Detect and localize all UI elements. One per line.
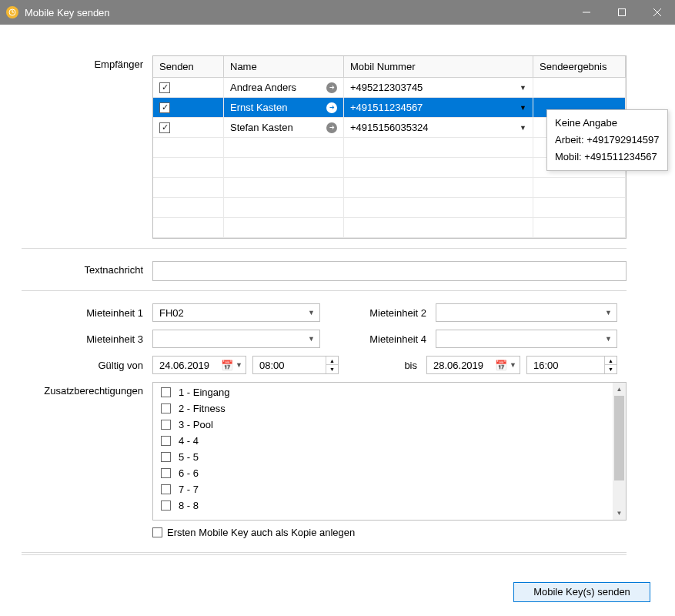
close-button[interactable]	[640, 0, 675, 25]
validto-label: bis	[339, 360, 426, 371]
table-row[interactable]	[153, 178, 626, 198]
copykey-label: Ersten Mobile Key auch als Kopie anlegen	[167, 527, 355, 538]
name-cell: Ernst Kasten	[230, 102, 287, 113]
textmessage-input[interactable]	[152, 261, 627, 281]
send-checkbox[interactable]	[159, 82, 170, 93]
chevron-down-icon: ▼	[510, 361, 516, 369]
perm-checkbox[interactable]	[161, 468, 171, 478]
chevron-down-icon[interactable]: ▼	[520, 124, 526, 132]
chevron-down-icon: ▼	[236, 361, 242, 369]
perm-label: 5 - 5	[179, 451, 199, 463]
chevron-down-icon: ▼	[308, 309, 315, 316]
timefrom-value: 08:00	[253, 360, 326, 371]
name-cell: Andrea Anders	[230, 82, 296, 93]
perm-checkbox[interactable]	[161, 420, 171, 430]
list-item[interactable]: 4 - 4	[153, 433, 613, 449]
permissions-listbox[interactable]: 1 - Eingang2 - Fitness3 - Pool4 - 45 - 5…	[152, 382, 627, 521]
chevron-down-icon: ▼	[308, 335, 315, 343]
send-checkbox[interactable]	[159, 102, 170, 113]
timeto-spinner[interactable]: 16:00 ▲▼	[526, 356, 617, 374]
send-mobile-keys-button[interactable]: Mobile Key(s) senden	[513, 582, 650, 602]
list-item[interactable]: 1 - Eingang	[153, 384, 613, 400]
datefrom-picker[interactable]: 24.06.2019 📅 ▼	[152, 356, 246, 374]
window-title: Mobile Key senden	[25, 7, 569, 18]
arrow-right-icon[interactable]	[326, 82, 337, 93]
timefrom-spinner[interactable]: 08:00 ▲▼	[252, 356, 339, 374]
tooltip-line: Arbeit: +491792914597	[555, 132, 660, 149]
perm-label: 4 - 4	[179, 435, 199, 447]
perm-checkbox[interactable]	[161, 452, 171, 462]
chevron-down-icon: ▼	[605, 335, 612, 343]
phone-tooltip: Keine Angabe Arbeit: +491792914597 Mobil…	[546, 109, 668, 171]
dateto-picker[interactable]: 28.06.2019 📅 ▼	[426, 356, 520, 374]
list-item[interactable]: 6 - 6	[153, 465, 613, 481]
list-item[interactable]: 7 - 7	[153, 481, 613, 497]
scroll-up-icon[interactable]: ▲	[613, 383, 626, 396]
col-send[interactable]: Senden	[153, 56, 224, 78]
scrollbar[interactable]: ▲ ▼	[613, 383, 626, 520]
unit4-label: Mieteinheit 4	[320, 333, 436, 345]
perm-label: 3 - Pool	[179, 419, 213, 430]
col-name[interactable]: Name	[224, 56, 344, 78]
mobile-cell: +4915156035324	[350, 122, 429, 133]
title-bar: Mobile Key senden	[0, 0, 675, 25]
unit4-combo[interactable]: ▼	[436, 330, 617, 348]
list-item[interactable]: 3 - Pool	[153, 417, 613, 433]
unit1-value: FH02	[159, 307, 184, 319]
maximize-button[interactable]	[604, 0, 640, 25]
timeto-value: 16:00	[527, 360, 604, 371]
send-checkbox[interactable]	[159, 122, 170, 133]
perm-label: 2 - Fitness	[179, 403, 226, 414]
arrow-right-icon[interactable]	[326, 122, 337, 133]
tooltip-line: Mobil: +491511234567	[555, 149, 660, 166]
unit3-label: Mieteinheit 3	[22, 333, 152, 345]
calendar-icon: 📅	[220, 360, 234, 371]
col-mobile[interactable]: Mobil Nummer	[344, 56, 533, 78]
app-icon	[6, 6, 18, 18]
spinner-up-icon[interactable]: ▲	[326, 357, 338, 365]
chevron-down-icon[interactable]: ▼	[520, 104, 526, 112]
perm-checkbox[interactable]	[161, 484, 171, 494]
perm-label: 7 - 7	[179, 484, 199, 495]
scroll-thumb[interactable]	[614, 396, 624, 480]
spinner-down-icon[interactable]: ▼	[605, 365, 617, 373]
copykey-checkbox[interactable]	[152, 527, 162, 537]
extraperms-label: Zusatzberechtigungen	[22, 382, 152, 538]
minimize-button[interactable]	[569, 0, 604, 25]
unit1-combo[interactable]: FH02 ▼	[152, 303, 320, 322]
arrow-right-icon[interactable]	[326, 102, 337, 113]
datefrom-value: 24.06.2019	[159, 360, 220, 371]
mobile-cell: +495212303745	[350, 82, 423, 93]
perm-label: 6 - 6	[179, 467, 199, 479]
calendar-icon: 📅	[494, 360, 508, 371]
list-item[interactable]: 2 - Fitness	[153, 400, 613, 417]
table-row[interactable]	[153, 218, 626, 238]
chevron-down-icon: ▼	[605, 309, 612, 316]
scroll-down-icon[interactable]: ▼	[613, 507, 626, 520]
tooltip-line: Keine Angabe	[555, 115, 660, 132]
svg-rect-4	[619, 9, 626, 16]
col-result[interactable]: Sendeergebnis	[533, 56, 626, 78]
spinner-down-icon[interactable]: ▼	[326, 365, 338, 373]
perm-label: 8 - 8	[179, 500, 199, 511]
perm-checkbox[interactable]	[161, 387, 171, 397]
perm-checkbox[interactable]	[161, 403, 171, 413]
spinner-up-icon[interactable]: ▲	[605, 357, 617, 365]
perm-checkbox[interactable]	[161, 500, 171, 511]
table-row[interactable]	[153, 198, 626, 218]
perm-label: 1 - Eingang	[179, 387, 230, 398]
validfrom-label: Gültig von	[22, 360, 152, 371]
mobile-cell: +491511234567	[350, 102, 423, 113]
perm-checkbox[interactable]	[161, 436, 171, 446]
table-row[interactable]: Andrea Anders+495212303745▼	[153, 78, 626, 98]
unit3-combo[interactable]: ▼	[152, 330, 320, 348]
list-item[interactable]: 8 - 8	[153, 497, 613, 514]
textmessage-label: Textnachricht	[22, 261, 152, 281]
dateto-value: 28.06.2019	[433, 360, 494, 371]
list-item[interactable]: 5 - 5	[153, 449, 613, 465]
unit2-label: Mieteinheit 2	[320, 307, 436, 319]
recipients-label: Empfänger	[22, 55, 152, 239]
name-cell: Stefan Kasten	[230, 122, 293, 133]
unit2-combo[interactable]: ▼	[436, 303, 617, 322]
chevron-down-icon[interactable]: ▼	[520, 84, 526, 92]
